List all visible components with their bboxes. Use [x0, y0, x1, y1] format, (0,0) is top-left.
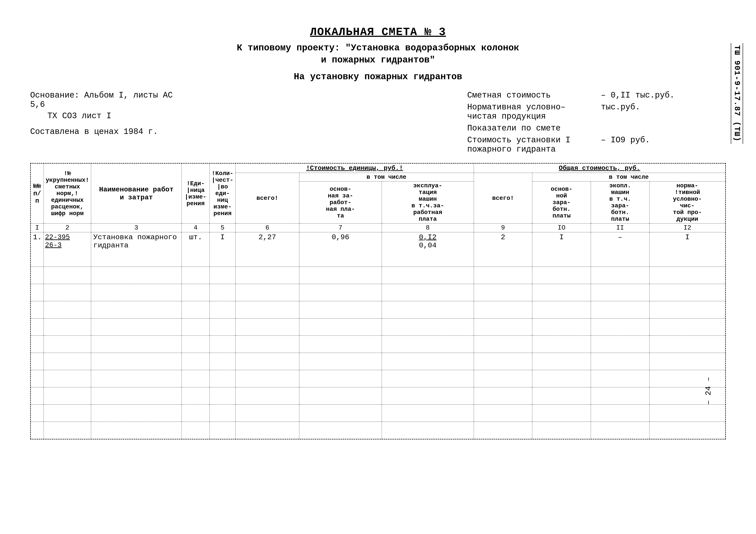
colnum-7: 7 — [299, 223, 382, 232]
info-section: Основание: Альбом I, листы АС 5,6 ТХ СО3… — [30, 91, 726, 157]
title-section: ЛОКАЛЬНАЯ СМЕТА № 3 К типовому проекту: … — [30, 26, 726, 82]
info-left: Основание: Альбом I, листы АС 5,6 ТХ СО3… — [30, 91, 181, 157]
empty-row-5 — [31, 336, 725, 353]
col-header-intom-gen: в том числе — [532, 173, 725, 182]
row1-exploit-gen: – — [591, 232, 650, 267]
col-header-codes: !№ укрупненных!сметных норм,!единичныхра… — [44, 164, 91, 223]
info-value-1: – 0,II тыс.руб. — [601, 91, 675, 100]
col-header-main-gen: основ-нойзара-ботн.платы — [532, 182, 591, 223]
page-number-side: – 24 – — [704, 377, 713, 405]
info-left-line3: Составлена в ценах 1984 г. — [30, 127, 181, 136]
row1-qty: I — [210, 232, 235, 267]
colnum-11: II — [591, 223, 650, 232]
info-label-2: Нормативная условно– чистая продукция — [467, 103, 601, 121]
row1-total-unit: 2,27 — [235, 232, 299, 267]
colnum-2: 2 — [44, 223, 91, 232]
colnum-6: 6 — [235, 223, 299, 232]
table-header-row1: №№п/п !№ укрупненных!сметных норм,!едини… — [31, 164, 725, 173]
colnum-1: I — [31, 223, 44, 232]
subtitle-line1: К типовому проекту: "Установка водоразбо… — [30, 43, 726, 53]
table-col-numbers: I 2 3 4 5 6 7 8 9 IO II I2 — [31, 223, 725, 232]
main-table-container: №№п/п !№ укрупненных!сметных норм,!едини… — [30, 163, 726, 440]
empty-row-6 — [31, 353, 725, 370]
info-left-line1: Основание: Альбом I, листы АС 5,6 — [30, 91, 181, 109]
colnum-4: 4 — [182, 223, 210, 232]
empty-row-10 — [31, 422, 725, 439]
col-header-name: Наименование работи затрат — [91, 164, 182, 223]
page: ТШ 901-9-17.87 (ТШ) ЛОКАЛЬНАЯ СМЕТА № 3 … — [0, 0, 756, 534]
col-header-qty: !Коли-|чест-|воеди-ницизме-рения — [210, 164, 235, 223]
colnum-12: I2 — [649, 223, 725, 232]
row1-total-gen: 2 — [474, 232, 532, 267]
row1-main-gen: I — [532, 232, 591, 267]
col-header-exploit-gen: экопл.машинв т.ч.зара-ботн.платы — [591, 182, 650, 223]
info-row-4: Стоимость установки I пожарного гидранта… — [467, 136, 726, 154]
info-row-1: Сметная стоимость – 0,II тыс.руб. — [467, 91, 726, 100]
info-label-3: Показатели по смете — [467, 124, 601, 133]
info-right: Сметная стоимость – 0,II тыс.руб. Нормат… — [467, 91, 726, 157]
right-stamp: ТШ 901-9-17.87 (ТШ) — [731, 43, 743, 144]
row1-norm: I — [649, 232, 725, 267]
info-label-1: Сметная стоимость — [467, 91, 601, 100]
col-header-exploit: эксплуа-тациямашинв т.ч.за-работнаяплата — [382, 182, 474, 223]
empty-row-1 — [31, 267, 725, 284]
colnum-8: 8 — [382, 223, 474, 232]
row1-name: Установка пожарногогидранта — [91, 232, 182, 267]
empty-row-2 — [31, 284, 725, 301]
colnum-3: 3 — [91, 223, 182, 232]
colnum-5: 5 — [210, 223, 235, 232]
colnum-10: IO — [532, 223, 591, 232]
info-value-4: – IO9 руб. — [601, 136, 650, 145]
info-row-3: Показатели по смете — [467, 124, 726, 133]
main-table: №№п/п !№ укрупненных!сметных норм,!едини… — [31, 164, 725, 439]
col-header-intom: в том числе — [299, 173, 474, 182]
colnum-9: 9 — [474, 223, 532, 232]
row1-code: 22-39526-3 — [44, 232, 91, 267]
col-header-unit: !Еди-|ница|изме-рения — [182, 164, 210, 223]
row1-main-wage: 0,96 — [299, 232, 382, 267]
empty-row-9 — [31, 405, 725, 422]
empty-row-8 — [31, 387, 725, 405]
subtitle-line3: На установку пожарных гидрантов — [30, 72, 726, 82]
empty-row-7 — [31, 370, 725, 387]
empty-row-3 — [31, 301, 725, 318]
row1-unit: шт. — [182, 232, 210, 267]
row1-num: 1. — [31, 232, 44, 267]
table-row: 1. 22-39526-3 Установка пожарногогидрант… — [31, 232, 725, 267]
info-label-4: Стоимость установки I пожарного гидранта — [467, 136, 601, 154]
col-header-num: №№п/п — [31, 164, 44, 223]
info-row-2: Нормативная условно– чистая продукция ты… — [467, 103, 726, 121]
col-header-norm: норма-!тивнойусловно-чис-той про-дукции — [649, 182, 725, 223]
col-header-total-gen: всего! — [474, 173, 532, 223]
subtitle-line2: и пожарных гидрантов" — [30, 55, 726, 65]
col-header-stoimost-gen: Общая стоимость, руб. — [474, 164, 725, 173]
page-title: ЛОКАЛЬНАЯ СМЕТА № 3 — [30, 26, 726, 38]
col-header-stoimost-unit: !Стоимость единицы, руб.! — [235, 164, 474, 173]
col-header-main-wage: основ-ная за-работ-ная пла-та — [299, 182, 382, 223]
info-value-2: тыс.руб. — [601, 103, 640, 112]
row1-exploit: 0,I20,04 — [382, 232, 474, 267]
col-header-total-unit: всего! — [235, 173, 299, 223]
info-left-line2: ТХ СО3 лист I — [30, 111, 181, 120]
empty-row-4 — [31, 318, 725, 336]
